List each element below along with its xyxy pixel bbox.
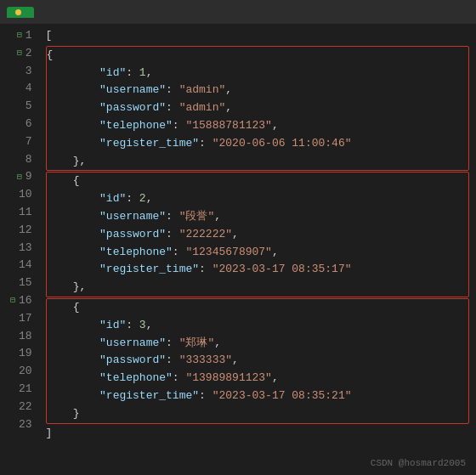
json-object-block-1: { "id": 1, "username": "admin", "passwor… (46, 46, 469, 172)
code-line: [ (46, 27, 469, 45)
line-numbers-column: ⊟1⊟2 3 4 5 6 7 8⊟9 10 11 12 13 14 15⊟16 … (0, 24, 39, 475)
code-line: "password": "222222", (47, 226, 468, 244)
tab-bar (0, 0, 476, 24)
line-number: 15 (7, 274, 32, 292)
code-line: "telephone": "13989891123", (47, 370, 468, 387)
expand-icon[interactable]: ⊟ (14, 29, 22, 42)
line-number: 13 (7, 240, 32, 257)
code-line: "id": 2, (47, 190, 468, 208)
code-line: "password": "admin", (47, 99, 468, 117)
line-number: ⊟1 (7, 27, 32, 45)
code-line: "username": "段誉", (47, 208, 468, 226)
line-number: 10 (7, 186, 32, 204)
code-line: { (47, 172, 468, 190)
line-number: 7 (7, 133, 32, 151)
modified-dot (15, 9, 21, 15)
code-line: "id": 1, (47, 65, 468, 82)
json-object-block-2: { "id": 2, "username": "段誉", "password":… (46, 172, 469, 297)
editor: ⊟1⊟2 3 4 5 6 7 8⊟9 10 11 12 13 14 15⊟16 … (0, 24, 476, 475)
line-number: 18 (7, 328, 32, 346)
expand-icon[interactable]: ⊟ (14, 171, 22, 184)
code-line: { (47, 47, 468, 65)
code-line: "id": 3, (47, 317, 468, 335)
code-line: ] (46, 425, 469, 443)
json-object-block-3: { "id": 3, "username": "郑琳", "password":… (46, 298, 469, 424)
code-line: "username": "admin", (47, 82, 468, 99)
line-number: 23 (7, 416, 32, 434)
line-number: ⊟2 (7, 45, 32, 63)
line-number: 19 (7, 345, 32, 363)
expand-icon[interactable]: ⊟ (14, 47, 22, 60)
code-line: "telephone": "15888781123", (47, 117, 468, 135)
code-line: "telephone": "12345678907", (47, 244, 468, 262)
file-tab[interactable] (7, 7, 34, 18)
expand-icon[interactable]: ⊟ (7, 294, 15, 308)
line-number: 14 (7, 257, 32, 274)
code-line: }, (47, 153, 468, 171)
line-number: 12 (7, 222, 32, 240)
code-line: } (47, 405, 468, 423)
line-number: 21 (7, 381, 32, 399)
code-line: "password": "333333", (47, 352, 468, 370)
code-line: "register_time": "2023-03-17 08:35:17" (47, 261, 468, 279)
line-number: ⊟9 (7, 168, 32, 186)
line-number: 5 (7, 98, 32, 116)
line-number: 17 (7, 310, 32, 328)
code-line: "register_time": "2020-06-06 11:00:46" (47, 135, 468, 153)
code-area[interactable]: [{ "id": 1, "username": "admin", "passwo… (39, 24, 476, 475)
line-number: 8 (7, 151, 32, 169)
line-number: 6 (7, 116, 32, 133)
code-line: "register_time": "2023-03-17 08:35:21" (47, 387, 468, 405)
line-number: 22 (7, 399, 32, 416)
code-line: { (47, 299, 468, 317)
line-number: 3 (7, 63, 32, 81)
code-line: }, (47, 279, 468, 297)
line-number: 4 (7, 80, 32, 98)
line-number: 20 (7, 363, 32, 381)
code-line: "username": "郑琳", (47, 335, 468, 353)
line-number: 11 (7, 204, 32, 222)
watermark: CSDN @hosmard2005 (371, 458, 466, 468)
line-number: ⊟16 (7, 292, 32, 310)
